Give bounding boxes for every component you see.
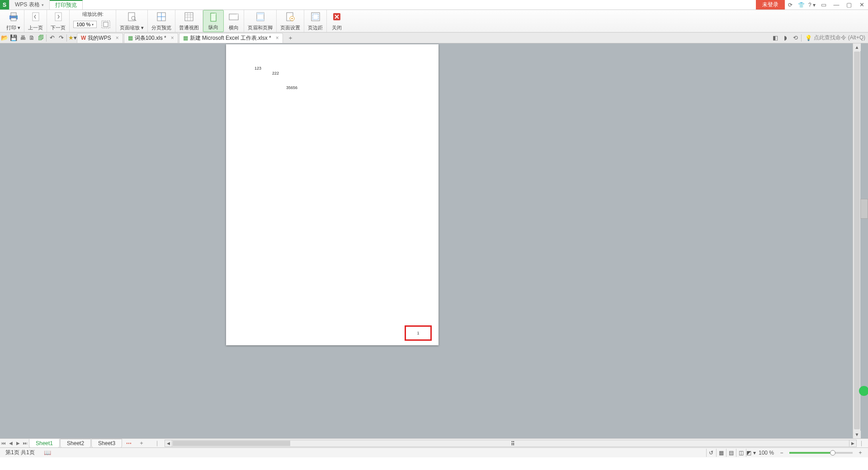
lightbulb-icon: 💡: [805, 35, 812, 41]
zoom-out-icon[interactable]: −: [777, 449, 787, 457]
separator: [801, 34, 802, 42]
zoom-slider-knob[interactable]: [830, 450, 835, 456]
ribbon-margins[interactable]: 页边距: [304, 10, 327, 32]
scroll-left-icon[interactable]: ◀: [165, 440, 172, 446]
portrait-icon: [207, 11, 220, 23]
printer-icon[interactable]: [7, 11, 20, 23]
doc-tab-dictionary[interactable]: ▦ 词条100.xls * ×: [124, 33, 178, 43]
scroll-up-icon[interactable]: ▲: [853, 43, 861, 51]
margins-icon: [309, 11, 322, 23]
scroll-thumb[interactable]: [854, 52, 860, 429]
horizontal-scrollbar[interactable]: ◀ ⠿ ▶: [165, 440, 857, 447]
book-icon[interactable]: 📖: [44, 449, 51, 456]
page-next-icon: [52, 11, 65, 23]
print-preview-quick-icon[interactable]: 🗎: [27, 33, 36, 42]
view-reading-icon[interactable]: ◩ ▾: [746, 449, 756, 457]
print-label[interactable]: 打印 ▾: [6, 24, 20, 31]
open-icon[interactable]: 📂: [0, 33, 9, 42]
assistant-fab[interactable]: [859, 386, 868, 396]
command-search[interactable]: 💡 点此查找命令 (Alt+Q): [802, 34, 868, 42]
sheet-nav-prev-icon[interactable]: ◀: [7, 441, 14, 446]
maximize-icon[interactable]: ▢: [843, 0, 855, 9]
ribbon-prev-page[interactable]: 上一页: [24, 10, 47, 32]
redo-icon[interactable]: ↷: [57, 33, 66, 42]
svg-rect-4: [33, 13, 39, 21]
quick-access-bar: 📂 💾 🖶 🗎 🗐 ↶ ↷ ★▾ W 我的WPS × ▦ 词条100.xls *…: [0, 33, 868, 43]
scroll-right-icon[interactable]: ▶: [849, 440, 856, 446]
landscape-icon: [227, 11, 240, 23]
cell-a2: 123: [255, 66, 261, 70]
paste-quick-icon[interactable]: 🗐: [36, 33, 45, 42]
favorite-icon[interactable]: ★▾: [68, 33, 77, 42]
sheet-overflow-icon[interactable]: ⋯: [123, 440, 135, 446]
help-icon[interactable]: ? ▾: [807, 0, 817, 9]
ribbon-portrait[interactable]: 纵向: [203, 10, 224, 32]
view-page-icon[interactable]: ▤: [726, 449, 736, 457]
ribbon-normal-view[interactable]: 普通视图: [175, 10, 203, 32]
scroll-down-icon[interactable]: ▼: [853, 431, 861, 438]
separator: [46, 34, 47, 42]
ribbon-close[interactable]: 关闭: [327, 10, 347, 32]
history-icon[interactable]: ↺: [706, 449, 716, 457]
print-quick-icon[interactable]: 🖶: [18, 33, 27, 42]
add-sheet-button[interactable]: ＋: [135, 439, 148, 447]
svg-rect-25: [257, 19, 264, 21]
zoom-percent-label[interactable]: 100 %: [756, 450, 777, 456]
zoom-in-icon[interactable]: ＋: [855, 449, 865, 457]
page-prev-icon: [29, 11, 42, 23]
login-button[interactable]: 未登录: [756, 0, 785, 9]
ribbon-page-setup[interactable]: 页面设置: [277, 10, 304, 32]
reading-mode-icon[interactable]: ◗: [780, 34, 790, 41]
ribbon-split-preview[interactable]: 分页预览: [148, 10, 175, 32]
cell-c6: 35656: [286, 85, 297, 90]
ribbon-page-zoom[interactable]: 页面缩放 ▾: [116, 10, 148, 32]
ribbon-next-page[interactable]: 下一页: [47, 10, 70, 32]
ribbon-landscape[interactable]: 横向: [224, 10, 244, 32]
new-tab-button[interactable]: ＋: [284, 34, 297, 42]
sheet-nav-next-icon[interactable]: ▶: [14, 441, 22, 446]
save-icon[interactable]: 💾: [9, 33, 18, 42]
mode-tab-print-preview[interactable]: 打印预览: [50, 0, 83, 9]
ribbon-header-footer[interactable]: 页眉和页脚: [244, 10, 277, 32]
doc-tab-new-excel[interactable]: ▦ 新建 Microsoft Excel 工作表.xlsx * ×: [179, 33, 283, 43]
close-window-icon[interactable]: ✕: [855, 0, 868, 9]
landscape-label: 横向: [229, 24, 239, 31]
excel-doc-icon: ▦: [183, 35, 188, 41]
split-handle[interactable]: [860, 199, 868, 219]
header-footer-icon: [254, 11, 267, 23]
sheet-tab-3[interactable]: Sheet3: [91, 439, 122, 448]
close-label: 关闭: [332, 24, 342, 31]
sheet-tab-bar: ⏮ ◀ ▶ ⏭ Sheet1 Sheet2 Sheet3 ⋯ ＋ ⎸ ◀ ⠿ ▶…: [0, 438, 868, 447]
vertical-scrollbar[interactable]: ▲ ▼: [853, 43, 860, 438]
sync-icon[interactable]: ⟳: [785, 0, 796, 9]
svg-rect-14: [185, 13, 193, 21]
zoom-slider[interactable]: [789, 452, 853, 454]
undo-icon[interactable]: ↶: [47, 33, 57, 42]
view-normal-icon[interactable]: ▦: [716, 449, 726, 457]
ribbon-zoom-group: 缩放比例: 100 %▾: [70, 10, 116, 32]
sync-status-icon[interactable]: ⟲: [790, 34, 800, 41]
ribbon-toolbar: 打印 ▾ 上一页 下一页 缩放比例: 100 %▾ 页面缩放 ▾ 分页预览 普通…: [0, 10, 868, 33]
tshirt-icon[interactable]: 👕: [796, 0, 807, 9]
close-tab-icon[interactable]: ×: [276, 35, 279, 41]
zoom-combo[interactable]: 100 %▾: [73, 21, 97, 28]
zoom-slider-fill: [789, 452, 830, 454]
app-name-tab[interactable]: WPS 表格 ▾: [9, 0, 50, 9]
sheet-tab-2[interactable]: Sheet2: [60, 439, 91, 448]
fit-page-icon[interactable]: [99, 19, 112, 30]
split-preview-icon: [155, 11, 168, 23]
window-list-icon[interactable]: ◧: [770, 34, 780, 41]
sheet-nav-first-icon[interactable]: ⏮: [0, 441, 7, 446]
doc-tab-mywps[interactable]: W 我的WPS ×: [77, 33, 123, 43]
sheet-nav-last-icon[interactable]: ⏭: [22, 441, 29, 446]
view-split-icon[interactable]: ◫: [736, 449, 746, 457]
close-tab-icon[interactable]: ×: [116, 35, 119, 41]
sheet-tab-1[interactable]: Sheet1: [29, 439, 60, 448]
titlebar-spacer: [83, 0, 756, 9]
ribbon-toggle-icon[interactable]: ▭: [817, 0, 830, 9]
close-tab-icon[interactable]: ×: [171, 35, 174, 41]
minimize-icon[interactable]: —: [830, 0, 843, 9]
separator: [66, 34, 67, 42]
doc-tab-label: 新建 Microsoft Excel 工作表.xlsx *: [190, 34, 271, 42]
hscroll-thumb[interactable]: [173, 441, 290, 446]
